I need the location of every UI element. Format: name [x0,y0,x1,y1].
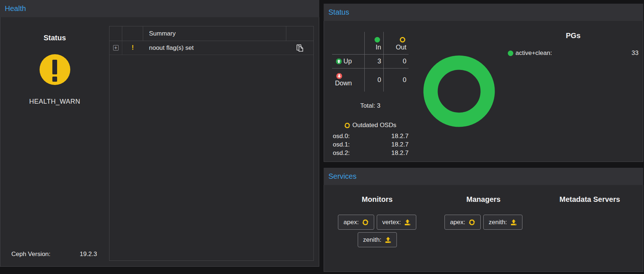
severity-column-header [122,26,143,41]
osd-down-out-count: 0 [384,68,409,92]
in-header-label: In [376,44,381,51]
health-warning-badge [40,54,70,85]
manager-button-zenith[interactable]: zenith: [483,215,522,230]
pg-legend-row: active+clean: 33 [508,49,639,57]
up-label: Up [343,58,352,65]
refresh-icon [344,122,350,129]
health-panel: Health Status HEALTH_WARN Ceph Version: … [0,0,319,267]
managers-heading: Managers [466,195,500,204]
health-panel-header: Health [0,0,319,17]
summary-column-label: Summary [143,30,176,37]
health-panel-title: Health [5,4,26,13]
outdated-osds-title-row: Outdated OSDs [332,122,409,129]
pgs-donut-chart [423,55,495,127]
refresh-icon [469,219,475,226]
status-panel-header: Status [324,4,643,21]
manager-button-apex[interactable]: apex: [444,215,481,230]
row-severity-cell: ! [122,41,143,55]
ceph-version-value: 19.2.3 [80,251,97,258]
manager-zenith-label: zenith: [489,219,507,226]
ceph-version-row: Ceph Version: 19.2.3 [0,251,109,258]
services-panel-body: Monitors apex: [324,185,643,272]
down-label: Down [335,79,352,87]
monitor-button-vertex[interactable]: vertex: [377,215,416,230]
osd-total-label: Total: 3 [332,102,409,110]
summary-column-header: Summary [143,26,286,41]
osd-corner-cell [332,32,365,55]
down-arrow-circle-icon [336,73,342,79]
pg-state-dot-icon [508,51,513,56]
health-status-column: Status HEALTH_WARN Ceph Version: 19.2.3 [0,17,109,266]
in-status-icon [375,37,380,42]
osd-up-in-count: 3 [365,55,384,68]
osd-down-row-label: Down [332,68,365,92]
outdated-osds-title: Outdated OSDs [352,122,396,129]
health-panel-body: Status HEALTH_WARN Ceph Version: 19.2.3 [0,17,319,267]
ceph-version-label: Ceph Version: [11,251,51,258]
osd-out-header: Out [384,32,409,55]
osd-version: 18.2.7 [391,133,409,141]
summary-table-header-row: Summary [109,26,313,41]
services-panel-title: Services [328,172,357,181]
monitor-button-apex[interactable]: apex: [338,215,374,230]
osd-version: 18.2.7 [391,149,409,158]
osd-down-in-count: 0 [365,68,384,92]
outdated-osd-row: osd.0: 18.2.7 [332,133,409,141]
refresh-icon [362,219,369,226]
osd-status-table: In Out Up 3 0 [332,32,409,92]
copy-button[interactable] [296,44,304,52]
pg-state-label: active+clean: [515,49,552,57]
monitor-apex-label: apex: [343,219,359,226]
upload-icon [510,219,517,226]
outdated-osds-list: osd.0: 18.2.7 osd.1: 18.2.7 osd.2: 18.2.… [332,133,409,158]
osd-up-row-label: Up [332,55,365,68]
osd-name: osd.0: [333,133,350,141]
actions-column-header [286,26,313,41]
summary-row-text: noout flag(s) set [149,44,194,52]
row-summary-cell: noout flag(s) set [143,41,286,55]
upload-icon [404,219,411,226]
copy-icon [296,44,304,52]
status-panel-body: In Out Up 3 0 [324,21,643,162]
services-group-monitors: Monitors apex: [324,195,430,271]
warning-icon: ! [132,44,134,52]
manager-apex-label: apex: [450,219,465,226]
row-expander-cell: + [109,41,122,55]
osd-name: osd.1: [333,141,350,149]
ceph-dashboard: Health Status HEALTH_WARN Ceph Version: … [0,0,644,274]
health-status-value: HEALTH_WARN [29,98,81,105]
out-status-icon [400,37,405,42]
monitors-heading: Monitors [362,195,392,204]
status-panel-title: Status [328,8,349,16]
pgs-legend-section: PGs active+clean: 33 [508,21,639,162]
services-panel: Services Monitors apex: [324,168,643,272]
health-status-heading: Status [44,34,66,42]
pgs-title: PGs [508,32,639,40]
expand-row-icon[interactable]: + [113,45,119,51]
outdated-osd-row: osd.2: 18.2.7 [332,149,409,158]
status-panel: Status In Out [324,4,643,162]
out-header-label: Out [396,44,406,51]
osd-in-header: In [365,32,384,55]
pgs-donut-section [423,55,495,127]
services-group-managers: Managers apex: [430,195,536,271]
row-actions-cell [286,41,313,55]
upload-icon [385,237,391,243]
outdated-osd-row: osd.1: 18.2.7 [332,141,409,149]
outdated-osds-section: Outdated OSDs osd.0: 18.2.7 osd.1: 18.2.… [332,122,409,158]
exclamation-dot-icon [52,77,57,82]
monitor-zenith-label: zenith: [363,236,381,244]
up-arrow-circle-icon [336,58,342,64]
osd-version: 18.2.7 [391,141,409,149]
services-group-metadata-servers: Metadata Servers [537,195,643,271]
pg-state-count: 33 [632,49,639,57]
osd-name: osd.2: [333,149,350,158]
summary-table-row[interactable]: + ! noout flag(s) set [109,41,313,55]
health-summary-table: Summary + ! noout flag(s) set [109,26,314,261]
osd-up-out-count: 0 [384,55,409,68]
monitor-button-zenith[interactable]: zenith: [358,232,397,247]
osd-status-section: In Out Up 3 0 [332,32,409,162]
monitor-vertex-label: vertex: [382,219,401,226]
exclamation-icon [52,60,57,74]
services-panel-header: Services [324,168,643,185]
